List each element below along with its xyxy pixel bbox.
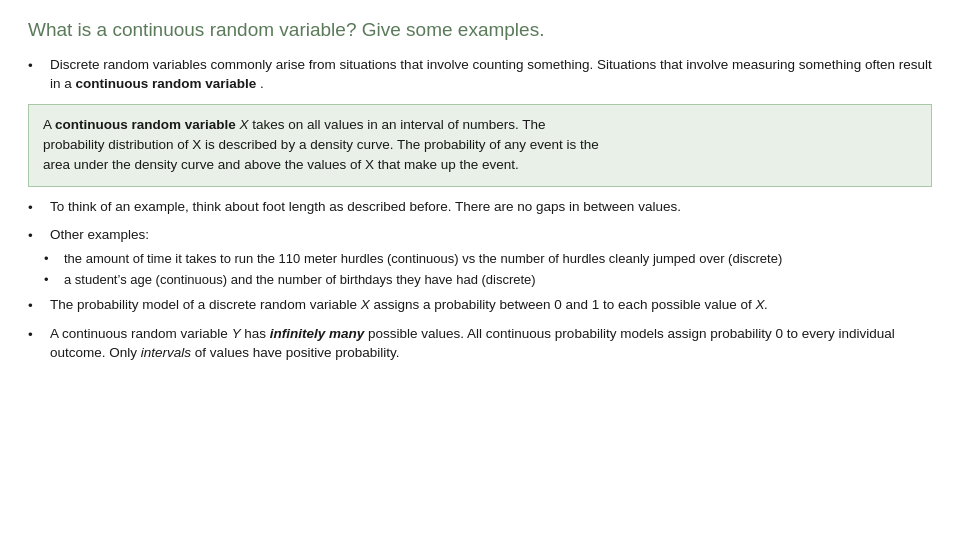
sub-bullet-container: • the amount of time it takes to run the… bbox=[28, 250, 932, 289]
sub-bullet-dot: • bbox=[44, 271, 60, 289]
def-line1-pre: A bbox=[43, 117, 55, 132]
def-bold: continuous random variable bbox=[55, 117, 236, 132]
list-item: • The probability model of a discrete ra… bbox=[28, 295, 932, 316]
list-item: • A continuous random variable Y has inf… bbox=[28, 324, 932, 363]
bullet-dot: • bbox=[28, 198, 46, 218]
bullet-text-3: Other examples: bbox=[50, 225, 932, 245]
definition-box: A continuous random variable X takes on … bbox=[28, 104, 932, 187]
list-item: • a student’s age (continuous) and the n… bbox=[44, 271, 932, 289]
bullet-text-4: The probability model of a discrete rand… bbox=[50, 295, 932, 315]
def-line3: area under the density curve and above t… bbox=[43, 157, 519, 172]
bullet-dot: • bbox=[28, 226, 46, 246]
page-container: What is a continuous random variable? Gi… bbox=[0, 0, 960, 540]
def-line1-mid: X takes on all values in an interval of … bbox=[236, 117, 546, 132]
bullet-text-1: Discrete random variables commonly arise… bbox=[50, 55, 932, 94]
bullet-text-2: To think of an example, think about foot… bbox=[50, 197, 932, 217]
sub-bullet-text-2: a student’s age (continuous) and the num… bbox=[64, 271, 932, 289]
sub-bullet-list: • the amount of time it takes to run the… bbox=[44, 250, 932, 289]
sub-bullet-text-1: the amount of time it takes to run the 1… bbox=[64, 250, 932, 268]
list-item: • To think of an example, think about fo… bbox=[28, 197, 932, 218]
italic-x2: X. bbox=[755, 297, 768, 312]
sub-bullet-dot: • bbox=[44, 250, 60, 268]
italic-x: X bbox=[361, 297, 374, 312]
italic-intervals: intervals bbox=[141, 345, 191, 360]
list-item: • Discrete random variables commonly ari… bbox=[28, 55, 932, 94]
bullet-dot: • bbox=[28, 296, 46, 316]
page-title: What is a continuous random variable? Gi… bbox=[28, 18, 932, 43]
main-bullet-list: • Discrete random variables commonly ari… bbox=[28, 55, 932, 363]
bullet-dot: • bbox=[28, 325, 46, 345]
italic-bold-infinitely: infinitely many bbox=[270, 326, 365, 341]
list-item: • Other examples: bbox=[28, 225, 932, 246]
list-item: • the amount of time it takes to run the… bbox=[44, 250, 932, 268]
bullet-dot: • bbox=[28, 56, 46, 76]
def-line2: probability distribution of X is describ… bbox=[43, 137, 599, 152]
definition-box-item: A continuous random variable X takes on … bbox=[28, 104, 932, 187]
bullet-text-5: A continuous random variable Y has infin… bbox=[50, 324, 932, 363]
italic-y: Y bbox=[232, 326, 245, 341]
